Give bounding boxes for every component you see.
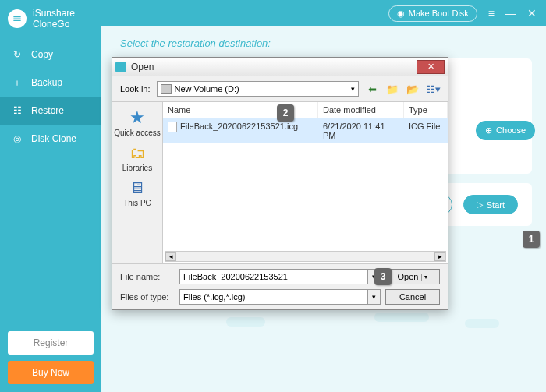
scroll-left-icon[interactable]: ◂ (165, 252, 176, 261)
drive-icon (161, 84, 172, 94)
col-type: Type (404, 102, 448, 118)
open-dialog: Open ✕ Look in: New Volume (D:) ▾ ⬅ 📁 📂 … (112, 57, 448, 310)
sidebar-bottom: Register Buy Now (8, 331, 94, 384)
scroll-right-icon[interactable]: ▸ (434, 252, 445, 261)
filetype-value (180, 290, 367, 304)
filetype-label: Files of type: (120, 292, 175, 302)
file-headers[interactable]: Name Date modified Type (163, 102, 448, 118)
close-icon[interactable]: ✕ (527, 7, 537, 19)
sidebar: iSunshareCloneGo ↻Copy ＋Backup ☷Restore … (0, 0, 101, 392)
nav-label: Backup (31, 77, 62, 88)
nav: ↻Copy ＋Backup ☷Restore ◎Disk Clone (0, 41, 101, 153)
start-button[interactable]: ▷Start (463, 195, 518, 214)
file-date: 6/21/2020 11:41 PM (318, 118, 404, 143)
chevron-down-icon[interactable]: ▾ (421, 274, 427, 281)
filename-input[interactable] (180, 270, 367, 284)
newfolder-icon[interactable]: 📂 (406, 82, 420, 96)
brand-text: iSunshareCloneGo (33, 8, 75, 30)
dialog-app-icon (115, 62, 126, 72)
cancel-button[interactable]: Cancel (385, 289, 440, 305)
dialog-title: Open (131, 62, 412, 72)
dialog-close-button[interactable]: ✕ (417, 60, 445, 74)
logo-icon (8, 9, 27, 28)
label: Choose (496, 125, 526, 135)
filetype-combo[interactable]: ▾ (179, 289, 381, 305)
nav-label: Disk Clone (31, 133, 76, 144)
play-icon: ▷ (477, 200, 483, 210)
lookin-dropdown[interactable]: New Volume (D:) ▾ (157, 81, 359, 97)
label: Make Boot Disk (409, 9, 469, 18)
step-badge-3: 3 (374, 268, 392, 285)
disk-icon: ◉ (397, 9, 405, 19)
make-boot-disk-button[interactable]: ◉Make Boot Disk (388, 5, 477, 22)
topbar: ◉Make Boot Disk ≡ — ✕ (101, 0, 546, 26)
label: Start (487, 200, 505, 210)
diskclone-icon: ◎ (11, 132, 23, 145)
landscape-deco (203, 309, 546, 348)
open-button[interactable]: Open▾ (385, 269, 440, 284)
minimize-icon[interactable]: — (505, 7, 516, 19)
libraries-icon: 🗂 (126, 143, 148, 162)
star-icon: ★ (126, 108, 148, 127)
file-list: Name Date modified Type FileBack_2020062… (162, 102, 448, 263)
back-icon[interactable]: ⬅ (365, 82, 379, 96)
nav-copy[interactable]: ↻Copy (0, 41, 101, 69)
places-bar: ★Quick access 🗂Libraries 🖥This PC (112, 102, 162, 263)
copy-icon: ↻ (11, 48, 23, 61)
file-icon (168, 122, 177, 132)
step-badge-2: 2 (277, 104, 294, 122)
dialog-footer: File name: ▾ Open▾ Files of type: ▾ Canc… (112, 263, 448, 309)
file-name: FileBack_20200622153521.icg (180, 122, 298, 131)
hscrollbar[interactable]: ◂▸ (165, 251, 446, 262)
chevron-down-icon[interactable]: ▾ (367, 290, 380, 304)
col-name: Name (163, 102, 318, 118)
nav-restore[interactable]: ☷Restore (0, 97, 101, 125)
nav-diskclone[interactable]: ◎Disk Clone (0, 125, 101, 153)
nav-label: Restore (31, 105, 64, 116)
lookin-row: Look in: New Volume (D:) ▾ ⬅ 📁 📂 ☷▾ (112, 76, 448, 101)
place-libraries[interactable]: 🗂Libraries (122, 143, 152, 172)
logo: iSunshareCloneGo (0, 0, 101, 41)
lookin-label: Look in: (120, 84, 151, 94)
place-quickaccess[interactable]: ★Quick access (114, 108, 160, 137)
choose-button[interactable]: ⊕Choose (476, 121, 535, 140)
register-button[interactable]: Register (8, 331, 94, 355)
backup-icon: ＋ (11, 76, 23, 89)
pc-icon: 🖥 (126, 178, 148, 197)
step-badge-1: 1 (523, 231, 540, 248)
nav-label: Copy (31, 49, 53, 60)
nav-backup[interactable]: ＋Backup (0, 69, 101, 97)
app-root: iSunshareCloneGo ↻Copy ＋Backup ☷Restore … (0, 0, 546, 392)
col-date: Date modified (318, 102, 404, 118)
buynow-button[interactable]: Buy Now (8, 361, 94, 384)
dialog-titlebar[interactable]: Open ✕ (112, 58, 448, 76)
filename-label: File name: (120, 272, 175, 281)
up-icon[interactable]: 📁 (385, 82, 399, 96)
filename-combo[interactable]: ▾ (179, 269, 381, 284)
views-icon[interactable]: ☷▾ (426, 82, 440, 96)
restore-icon: ☷ (11, 104, 23, 117)
lookin-value: New Volume (D:) (175, 84, 348, 94)
file-type: ICG File (404, 118, 448, 143)
file-row[interactable]: FileBack_20200622153521.icg 6/21/2020 11… (163, 118, 448, 143)
dialog-body: ★Quick access 🗂Libraries 🖥This PC Name D… (112, 101, 448, 263)
chevron-down-icon: ▾ (351, 85, 355, 93)
menu-icon[interactable]: ≡ (488, 7, 495, 19)
subtitle: Select the restoration destination: (101, 26, 546, 55)
plus-icon: ⊕ (485, 125, 492, 136)
place-thispc[interactable]: 🖥This PC (123, 178, 151, 207)
